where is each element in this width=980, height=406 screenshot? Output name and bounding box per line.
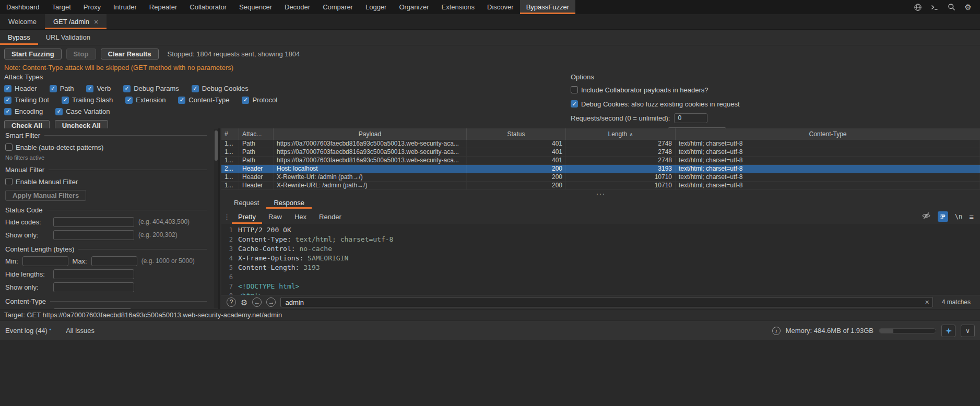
clear-results-button[interactable]: Clear Results xyxy=(101,49,159,59)
cell-status: 200 xyxy=(467,173,566,181)
cell-length: 2748 xyxy=(566,140,676,148)
menu-item-dashboard[interactable]: Dashboard xyxy=(0,0,46,14)
menu-item-bypassfuzzer[interactable]: BypassFuzzer xyxy=(520,0,575,14)
checkbox-label: Enable (auto-detect patterns) xyxy=(16,144,103,151)
tab-request[interactable]: Request xyxy=(227,196,266,209)
document-tabs: Welcome GET /admin × xyxy=(0,14,980,30)
rps-input[interactable] xyxy=(674,113,707,123)
tab-raw[interactable]: Raw xyxy=(262,209,288,224)
max-length-input[interactable] xyxy=(91,256,137,266)
attack-type-protocol[interactable]: ✓Protocol xyxy=(242,96,277,104)
col-header-num[interactable]: # xyxy=(221,128,239,140)
split-handle[interactable]: ··· xyxy=(221,190,980,196)
scrollbar-thumb[interactable] xyxy=(215,130,218,161)
attack-type-trailing-dot[interactable]: ✓Trailing Dot xyxy=(4,96,49,104)
all-issues-button[interactable]: All issues xyxy=(66,327,95,335)
tab-pretty[interactable]: Pretty xyxy=(232,209,262,224)
attack-type-encoding[interactable]: ✓Encoding xyxy=(4,108,43,115)
word-wrap-toggle-icon[interactable] xyxy=(938,211,948,222)
tab-url-validation[interactable]: URL Validation xyxy=(38,30,98,45)
collapse-panel-button[interactable]: ∨ xyxy=(961,325,975,337)
tab-response[interactable]: Response xyxy=(266,196,312,209)
response-editor[interactable]: 1HTTP/2 200 OK 2Content-Type: text/html;… xyxy=(221,224,980,295)
manual-filter-enable-checkbox[interactable]: Enable Manual Filter xyxy=(5,178,78,186)
cell-attack: Header xyxy=(239,182,274,189)
attack-type-debug-cookies[interactable]: ✓Debug Cookies xyxy=(192,85,249,92)
result-row-selected[interactable]: 2... Header Host: localhost 200 3193 tex… xyxy=(221,165,980,173)
hide-lengths-input[interactable] xyxy=(53,269,134,279)
col-header-attack[interactable]: Attac... xyxy=(239,128,274,140)
result-row[interactable]: 1... Path https://0a70007603faecbd816a93… xyxy=(221,157,980,165)
next-match-icon[interactable]: → xyxy=(266,297,276,307)
debug-cookies-checkbox[interactable]: ✓Debug Cookies: also fuzz existing cooki… xyxy=(571,100,740,108)
apply-manual-filters-button[interactable]: Apply Manual Filters xyxy=(5,190,86,201)
min-length-input[interactable] xyxy=(22,256,68,266)
statusbar-right: i Memory: 484.6MB of 1.93GB ∨ xyxy=(772,325,975,337)
globe-icon[interactable] xyxy=(913,3,923,12)
menu-item-proxy[interactable]: Proxy xyxy=(77,0,107,14)
col-header-content-type[interactable]: Content-Type xyxy=(676,128,980,140)
menu-item-repeater[interactable]: Repeater xyxy=(143,0,183,14)
menu-item-organizer[interactable]: Organizer xyxy=(393,0,435,14)
attack-type-header[interactable]: ✓Header xyxy=(4,85,37,92)
ai-button[interactable] xyxy=(941,325,955,337)
menu-item-decoder[interactable]: Decoder xyxy=(278,0,316,14)
attack-type-debug-params[interactable]: ✓Debug Params xyxy=(123,85,179,92)
attack-type-case-variation[interactable]: ✓Case Variation xyxy=(55,108,110,115)
settings-gear-icon[interactable]: ⚙ xyxy=(963,3,973,12)
event-log-button[interactable]: Event log (44) ● xyxy=(5,327,51,335)
tab-hex[interactable]: Hex xyxy=(288,209,313,224)
stop-button[interactable]: Stop xyxy=(66,49,96,59)
attack-type-extension[interactable]: ✓Extension xyxy=(125,96,166,104)
tab-get-admin[interactable]: GET /admin × xyxy=(45,14,107,29)
filter-scrollbar[interactable] xyxy=(214,129,218,308)
editor-menu-icon[interactable]: ≡ xyxy=(969,212,974,221)
menu-item-target[interactable]: Target xyxy=(46,0,77,14)
tab-welcome[interactable]: Welcome xyxy=(0,14,45,29)
search-help-icon[interactable]: ? xyxy=(227,297,236,307)
attack-types-title: Attack Types xyxy=(4,73,563,81)
smart-filter-enable-checkbox[interactable]: Enable (auto-detect patterns) xyxy=(5,144,103,151)
hide-nonprintable-icon[interactable] xyxy=(922,212,931,221)
hide-lengths-label: Hide lengths: xyxy=(5,270,49,278)
result-row[interactable]: 1... Path https://0a70007603faecbd816a93… xyxy=(221,148,980,157)
attack-type-path[interactable]: ✓Path xyxy=(50,85,74,92)
tab-render[interactable]: Render xyxy=(313,209,348,224)
checkbox-label: Debug Cookies: also fuzz existing cookie… xyxy=(581,100,740,108)
close-icon[interactable]: × xyxy=(94,18,98,26)
start-fuzzing-button[interactable]: Start Fuzzing xyxy=(4,49,62,59)
cell-attack: Path xyxy=(239,157,274,164)
menu-item-logger[interactable]: Logger xyxy=(359,0,393,14)
result-row[interactable]: 1... Header X-Rewrite-Url: /admin (path→… xyxy=(221,173,980,182)
show-only-codes-input[interactable] xyxy=(53,230,134,240)
prev-match-icon[interactable]: ← xyxy=(252,297,262,307)
clear-search-icon[interactable]: × xyxy=(925,298,929,306)
col-header-length[interactable]: Length∧ xyxy=(566,128,676,140)
filter-panel: Smart Filter Enable (auto-detect pattern… xyxy=(0,128,220,309)
terminal-icon[interactable] xyxy=(930,3,939,12)
col-header-payload[interactable]: Payload xyxy=(274,128,467,140)
divider xyxy=(49,170,207,170)
status-line: HTTP/2 200 OK xyxy=(238,225,291,235)
show-newlines-toggle[interactable]: \n xyxy=(955,213,962,220)
col-header-status[interactable]: Status xyxy=(467,128,566,140)
menu-item-comparer[interactable]: Comparer xyxy=(316,0,359,14)
menu-item-discover[interactable]: Discover xyxy=(481,0,520,14)
search-icon[interactable] xyxy=(947,3,956,12)
menu-item-extensions[interactable]: Extensions xyxy=(435,0,481,14)
menu-item-intruder[interactable]: Intruder xyxy=(107,0,143,14)
attack-type-verb[interactable]: ✓Verb xyxy=(86,85,111,92)
menu-item-sequencer[interactable]: Sequencer xyxy=(233,0,278,14)
hide-codes-input[interactable] xyxy=(53,217,134,227)
show-only-lengths-input[interactable] xyxy=(53,282,134,292)
search-input[interactable] xyxy=(280,297,932,307)
event-log-label: Event log (44) xyxy=(5,327,48,335)
drag-handle-icon[interactable]: ⋮ xyxy=(223,209,230,224)
tab-bypass[interactable]: Bypass xyxy=(0,30,38,45)
attack-type-trailing-slash[interactable]: ✓Trailing Slash xyxy=(62,96,113,104)
collaborator-checkbox[interactable]: Include Collaborator payloads in headers… xyxy=(571,86,709,94)
result-row[interactable]: 1... Path https://0a70007603faecbd816a93… xyxy=(221,140,980,148)
attack-type-content-type[interactable]: ✓Content-Type xyxy=(178,96,229,104)
search-settings-icon[interactable]: ⚙ xyxy=(241,298,247,306)
menu-item-collaborator[interactable]: Collaborator xyxy=(183,0,233,14)
